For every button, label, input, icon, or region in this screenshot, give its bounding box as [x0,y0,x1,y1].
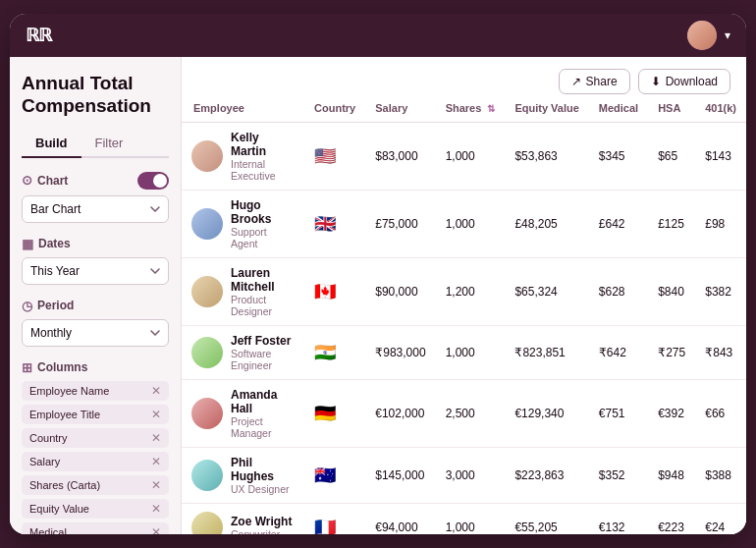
column-chip: Equity Value✕ [22,499,169,519]
tab-filter[interactable]: Filter [81,130,137,158]
employee-avatar [191,140,223,172]
employee-info: Zoe Wright Copywriter [231,515,292,534]
tab-build[interactable]: Build [22,130,81,158]
chart-label: ⊙ Chart [22,173,68,188]
column-chip: Shares (Carta)✕ [22,475,169,495]
employee-role: Copywriter [231,528,292,534]
header-buttons: ↗ Share ⬇ Download [559,69,730,94]
employee-info: Kelly Martin Internal Executive [231,131,295,182]
clock-icon: ◷ [22,299,32,313]
share-button[interactable]: ↗ Share [559,69,630,94]
col-header-salary: Salary [365,94,435,123]
employee-avatar [191,337,223,368]
employee-role: Product Designer [231,294,295,317]
app-window: ℝℝ ▾ Annual Total Compensation Build Fil… [10,14,746,534]
chart-section-header: ⊙ Chart [22,172,169,190]
country-cell: 🇬🇧 [304,191,365,258]
employee-role: Software Engineer [231,348,295,371]
dates-select[interactable]: This Year Last Year Custom [22,257,169,285]
equity-cell: €129,340 [505,380,588,448]
column-chip-remove[interactable]: ✕ [151,479,161,491]
employee-cell: Phil Hughes UX Designer [182,448,304,504]
country-flag: 🇦🇺 [314,466,336,485]
main-content: Annual Total Compensation Build Filter ⊙… [10,57,746,534]
employee-role: Project Manager [231,415,295,439]
col-header-shares[interactable]: Shares ⇅ [436,94,506,123]
col-header-medical: Medical [589,94,648,123]
columns-icon: ⊞ [22,360,32,375]
dates-section: ▦ Dates This Year Last Year Custom [22,237,169,285]
table-row[interactable]: Lauren Mitchell Product Designer 🇨🇦 $90,… [182,258,746,326]
country-flag: 🇬🇧 [314,214,336,234]
sort-icon: ⇅ [487,103,495,114]
table-row[interactable]: Zoe Wright Copywriter 🇫🇷 €94,000 1,000 €… [182,504,746,535]
column-chip-label: Medical [29,526,67,534]
table-row[interactable]: Amanda Hall Project Manager 🇩🇪 €102,000 … [182,380,746,448]
download-button[interactable]: ⬇ Download [638,69,730,94]
shares-cell: 1,000 [436,123,506,191]
salary-cell: €94,000 [365,504,435,535]
right-panel-header: ↗ Share ⬇ Download [182,57,746,94]
column-chip-remove[interactable]: ✕ [151,526,161,534]
table-row[interactable]: Phil Hughes UX Designer 🇦🇺 $145,000 3,00… [182,448,746,504]
hsa-cell: ₹275 [648,326,695,380]
employee-name: Hugo Brooks [231,198,295,226]
column-chip-label: Employee Name [29,385,109,397]
user-avatar[interactable] [687,21,717,50]
sidebar: Annual Total Compensation Build Filter ⊙… [10,57,182,534]
medical-cell: $352 [589,448,648,504]
medical-cell: $628 [589,258,648,326]
medical-cell: ₹642 [589,326,648,380]
salary-cell: €102,000 [365,380,435,448]
column-chip-remove[interactable]: ✕ [151,503,161,515]
table-row[interactable]: Kelly Martin Internal Executive 🇺🇸 $83,0… [182,123,746,191]
column-chip: Employee Name✕ [22,381,169,401]
shares-cell: 3,000 [436,448,506,504]
column-chip-label: Equity Value [29,503,89,515]
employee-avatar [191,276,223,307]
column-chip: Salary✕ [22,452,169,471]
chart-type-select[interactable]: Bar Chart Line Chart Pie Chart [22,195,169,223]
column-chip: Employee Title✕ [22,405,169,424]
columns-label: ⊞ Columns [22,360,169,375]
column-chip-remove[interactable]: ✕ [151,432,161,444]
retirement-cell: ₹843 [695,326,746,380]
column-chip-remove[interactable]: ✕ [151,409,161,420]
table-header-row: Employee Country Salary Shares ⇅ Equity … [182,94,746,123]
column-chip: Medical✕ [22,522,169,534]
retirement-cell: €24 [695,504,746,535]
column-chip-remove[interactable]: ✕ [151,456,161,467]
retirement-cell: $388 [695,448,746,504]
col-header-country: Country [304,94,365,123]
app-logo: ℝℝ [26,25,51,46]
table-row[interactable]: Hugo Brooks Support Agent 🇬🇧 £75,000 1,0… [182,191,746,258]
employee-role: UX Designer [231,483,295,495]
employee-avatar [191,208,223,240]
hsa-cell: $948 [648,448,695,504]
country-cell: 🇮🇳 [304,326,365,380]
salary-cell: £75,000 [365,191,435,258]
chart-icon: ⊙ [22,173,32,188]
chart-toggle[interactable] [137,172,169,190]
employee-avatar [191,512,223,534]
period-select[interactable]: Monthly Weekly Quarterly Yearly [22,319,169,347]
col-header-employee: Employee [182,94,304,123]
employee-cell: Hugo Brooks Support Agent [182,191,304,258]
employee-cell: Amanda Hall Project Manager [182,380,304,448]
equity-cell: ₹823,851 [505,326,588,380]
table-row[interactable]: Jeff Foster Software Engineer 🇮🇳 ₹983,00… [182,326,746,380]
hsa-cell: €223 [648,504,695,535]
salary-cell: ₹983,000 [365,326,435,380]
equity-cell: $65,324 [505,258,588,326]
employee-info: Lauren Mitchell Product Designer [231,266,295,317]
employee-name: Phil Hughes [231,456,295,483]
employee-cell: Jeff Foster Software Engineer [182,326,304,380]
page-title: Annual Total Compensation [22,73,169,118]
medical-cell: £642 [589,191,648,258]
avatar-chevron-icon[interactable]: ▾ [725,28,730,42]
country-cell: 🇨🇦 [304,258,365,326]
employee-name: Kelly Martin [231,131,295,158]
column-chip-remove[interactable]: ✕ [151,385,161,397]
download-icon: ⬇ [651,75,661,88]
retirement-cell: $382 [695,258,746,326]
